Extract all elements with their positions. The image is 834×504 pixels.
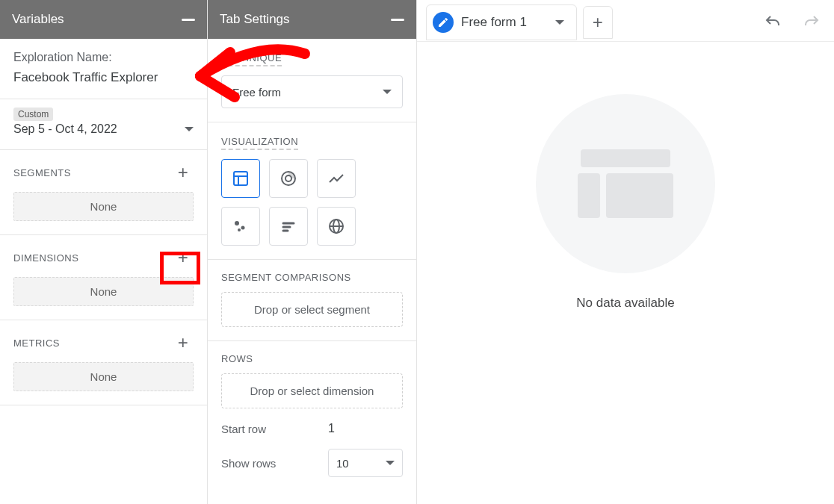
variables-panel: Variables Exploration Name: Facebook Tra… bbox=[0, 0, 208, 504]
metrics-section: METRICS + None bbox=[0, 320, 207, 405]
visualization-label: VISUALIZATION bbox=[221, 136, 298, 150]
technique-label: TECHNIQUE bbox=[221, 52, 282, 66]
dimensions-title: DIMENSIONS bbox=[13, 252, 78, 264]
svg-point-6 bbox=[241, 226, 245, 230]
add-segment-button[interactable]: + bbox=[173, 162, 194, 183]
technique-section: TECHNIQUE Free form bbox=[208, 39, 416, 122]
add-dimension-button[interactable]: + bbox=[173, 247, 194, 268]
empty-state: No data available bbox=[417, 42, 834, 311]
date-range-badge: Custom bbox=[13, 108, 53, 121]
tab-settings-panel-title: Tab Settings bbox=[220, 12, 290, 27]
segments-title: SEGMENTS bbox=[13, 167, 71, 178]
segments-none: None bbox=[13, 192, 194, 221]
chevron-down-icon bbox=[383, 90, 392, 94]
chevron-down-icon bbox=[185, 127, 194, 131]
dimensions-section: DIMENSIONS + None bbox=[0, 235, 207, 320]
scatter-chart-icon bbox=[232, 217, 250, 235]
svg-rect-0 bbox=[234, 172, 247, 185]
metrics-title: METRICS bbox=[13, 337, 60, 349]
exploration-name-input[interactable]: Facebook Traffic Explorer bbox=[13, 70, 194, 85]
start-row-row: Start row 1 bbox=[221, 422, 403, 435]
rows-section: ROWS Drop or select dimension Start row … bbox=[208, 341, 416, 491]
tab-settings-panel: Tab Settings TECHNIQUE Free form VISUALI… bbox=[208, 0, 417, 504]
no-data-text: No data available bbox=[417, 296, 834, 311]
empty-state-graphic bbox=[536, 94, 715, 273]
globe-icon bbox=[327, 217, 345, 235]
viz-line-button[interactable] bbox=[317, 159, 356, 198]
line-chart-icon bbox=[327, 169, 345, 187]
variables-panel-header: Variables bbox=[0, 0, 207, 39]
metrics-none: None bbox=[13, 362, 194, 391]
show-rows-label: Show rows bbox=[221, 457, 276, 470]
table-icon bbox=[232, 169, 250, 187]
dimensions-none: None bbox=[13, 277, 194, 306]
technique-value: Free form bbox=[232, 86, 281, 99]
show-rows-select[interactable]: 10 bbox=[328, 449, 403, 477]
svg-point-7 bbox=[238, 228, 241, 231]
exploration-name-section: Exploration Name: Facebook Traffic Explo… bbox=[0, 39, 207, 99]
tab-free-form-1[interactable]: Free form 1 bbox=[426, 4, 577, 40]
technique-select[interactable]: Free form bbox=[221, 75, 403, 108]
redo-icon bbox=[803, 13, 821, 31]
viz-table-button[interactable] bbox=[221, 159, 260, 198]
svg-point-4 bbox=[285, 175, 291, 181]
viz-bar-button[interactable] bbox=[269, 207, 308, 246]
show-rows-value: 10 bbox=[336, 457, 349, 470]
date-range-value: Sep 5 - Oct 4, 2022 bbox=[13, 122, 117, 136]
visualization-section: VISUALIZATION bbox=[208, 122, 416, 260]
start-row-input[interactable]: 1 bbox=[328, 422, 403, 435]
redo-button[interactable] bbox=[798, 9, 825, 36]
collapse-icon[interactable] bbox=[182, 19, 195, 21]
tab-name: Free form 1 bbox=[461, 15, 527, 30]
undo-icon bbox=[764, 13, 782, 31]
exploration-canvas: Free form 1 + No data available bbox=[417, 0, 834, 504]
bar-chart-icon bbox=[279, 217, 297, 235]
date-range-section[interactable]: Custom Sep 5 - Oct 4, 2022 bbox=[0, 99, 207, 150]
variables-panel-title: Variables bbox=[12, 12, 64, 27]
add-metric-button[interactable]: + bbox=[173, 332, 194, 353]
edit-tab-button[interactable] bbox=[433, 12, 454, 33]
svg-point-5 bbox=[235, 221, 239, 225]
donut-chart-icon bbox=[279, 169, 297, 187]
tab-settings-panel-header: Tab Settings bbox=[208, 0, 416, 39]
canvas-actions bbox=[759, 9, 825, 36]
rows-label: ROWS bbox=[221, 353, 253, 364]
viz-scatter-button[interactable] bbox=[221, 207, 260, 246]
pencil-icon bbox=[437, 16, 449, 28]
segment-comparisons-section: SEGMENT COMPARISONS Drop or select segme… bbox=[208, 260, 416, 341]
exploration-name-label: Exploration Name: bbox=[13, 51, 194, 64]
viz-donut-button[interactable] bbox=[269, 159, 308, 198]
rows-drop-zone[interactable]: Drop or select dimension bbox=[221, 373, 403, 408]
viz-geo-button[interactable] bbox=[317, 207, 356, 246]
start-row-label: Start row bbox=[221, 423, 266, 435]
show-rows-row: Show rows 10 bbox=[221, 449, 403, 477]
chevron-down-icon bbox=[555, 20, 564, 25]
collapse-icon[interactable] bbox=[391, 19, 404, 21]
add-tab-button[interactable]: + bbox=[583, 6, 613, 39]
undo-button[interactable] bbox=[759, 9, 786, 36]
segment-drop-zone[interactable]: Drop or select segment bbox=[221, 292, 403, 327]
segment-comparisons-label: SEGMENT COMPARISONS bbox=[221, 272, 351, 283]
chevron-down-icon bbox=[386, 461, 395, 465]
tabs-bar: Free form 1 + bbox=[417, 0, 834, 42]
segments-section: SEGMENTS + None bbox=[0, 150, 207, 235]
